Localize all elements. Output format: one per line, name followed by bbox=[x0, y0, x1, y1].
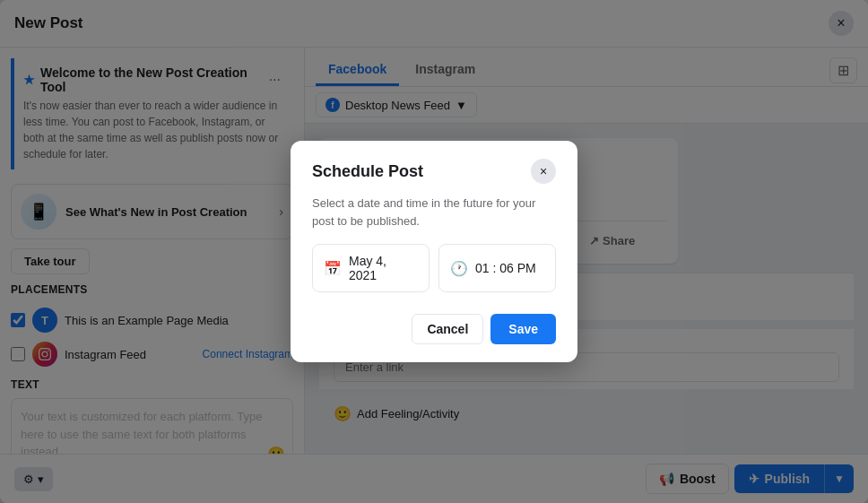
app-container: New Post × ★ Welcome to the New Post Cre… bbox=[0, 0, 868, 503]
schedule-date-value: May 4, 2021 bbox=[349, 254, 418, 282]
schedule-modal-actions: Cancel Save bbox=[312, 314, 556, 344]
schedule-modal: Schedule Post × Select a date and time i… bbox=[291, 141, 577, 362]
cancel-button[interactable]: Cancel bbox=[412, 314, 483, 344]
modal-overlay: Schedule Post × Select a date and time i… bbox=[0, 0, 868, 503]
schedule-time-value: 01 : 06 PM bbox=[475, 261, 536, 275]
schedule-time-input[interactable]: 🕐 01 : 06 PM bbox=[438, 244, 556, 292]
clock-icon: 🕐 bbox=[450, 260, 468, 277]
save-button[interactable]: Save bbox=[490, 314, 556, 344]
schedule-modal-title: Schedule Post bbox=[312, 162, 423, 181]
schedule-modal-close-button[interactable]: × bbox=[531, 159, 556, 184]
calendar-icon: 📅 bbox=[324, 260, 342, 277]
schedule-inputs: 📅 May 4, 2021 🕐 01 : 06 PM bbox=[312, 244, 556, 292]
schedule-modal-header: Schedule Post × bbox=[312, 159, 556, 184]
schedule-date-input[interactable]: 📅 May 4, 2021 bbox=[312, 244, 430, 292]
schedule-modal-subtitle: Select a date and time in the future for… bbox=[312, 195, 556, 230]
